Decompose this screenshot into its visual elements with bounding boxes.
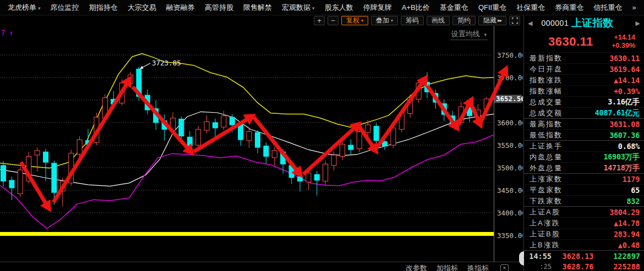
price-change: +14.14 +0.39% [612, 34, 635, 50]
quote-row-label: 外盘总量 [530, 163, 563, 173]
zoom-out-button[interactable]: − [328, 16, 339, 25]
quote-row-label: 最低指数 [530, 130, 563, 140]
quote-row-上证换手: 上证换手0.68% [524, 140, 644, 151]
prev-stock-arrow[interactable]: ◀ [528, 20, 532, 27]
menu-item-龙虎榜单[interactable]: 龙虎榜单▾ [8, 3, 41, 13]
quote-row-value: 3.16亿手 [608, 97, 640, 107]
quote-row-指数涨跌: 指数涨跌▲14.14 [524, 74, 644, 85]
quote-panel: ◀ 000001 上证指数 ▶ 3630.11 +14.14 +0.39% 最新… [523, 15, 644, 271]
menu-item-社保重仓[interactable]: 社保重仓 [516, 3, 545, 13]
menu-item-信托重仓[interactable]: 信托重仓 [593, 3, 622, 13]
chevron-down-icon: ▾ [312, 5, 315, 11]
indicator-action-加指标[interactable]: 加指标 [436, 264, 458, 271]
quote-row-总成交额: 总成交额4087.61亿元 [524, 107, 644, 118]
quote-row-label: 指数涨幅 [530, 86, 563, 96]
quote-detail-rows: 最新指数3630.11今日开盘3619.64指数涨跌▲14.14指数涨幅+0.3… [524, 52, 644, 250]
tick-volume: 122897 [604, 252, 644, 261]
quote-row-label: 总成交量 [530, 97, 563, 107]
quote-row-平盘家数: 平盘家数65 [524, 184, 644, 195]
quote-row-label: 上证A股 [530, 207, 560, 217]
menu-item-席位监控[interactable]: 席位监控 [51, 3, 79, 13]
stock-name[interactable]: 上证指数 [571, 16, 613, 30]
chevron-down-icon: ▾ [391, 16, 393, 25]
ma-settings-dropdown[interactable]: 设置均线 [450, 29, 488, 40]
chart-area: + − 复权▾叠加▾筹码画线简约隐藏▸▸ 3750.003700.003650.… [0, 15, 523, 271]
indicator-action-换指标[interactable]: 换指标 [467, 264, 489, 271]
menu-item-股东人数[interactable]: 股东人数 [325, 3, 353, 13]
tick-time: 14:55 [524, 252, 552, 261]
quote-row-value: +0.39% [614, 87, 640, 96]
menu-item-A+B比价[interactable]: A+B比价 [402, 3, 430, 13]
quote-row-value: 65 [631, 186, 640, 195]
last-price: 3630.11 [548, 35, 593, 49]
svg-text:3750.00: 3750.00 [497, 51, 523, 59]
price-chart: 3750.003700.003650.003600.003550.003500.… [0, 26, 523, 262]
quote-row-value: 16903万手 [603, 152, 640, 162]
menu-item-大宗交易[interactable]: 大宗交易 [128, 3, 156, 13]
svg-text:3500.00: 3500.00 [497, 164, 523, 172]
app-root: 龙虎榜单▾席位监控期指持仓大宗交易融资融券高管持股限售解禁宏观数据▾股东人数停牌… [0, 0, 644, 271]
menu-overflow-icon[interactable]: » [632, 3, 636, 12]
quote-row-value: 3631.08 [609, 120, 640, 129]
quote-row-value: ▲14.14 [614, 76, 640, 85]
menu-item-限售解禁[interactable]: 限售解禁 [243, 3, 272, 13]
menu-item-期指持仓[interactable]: 期指持仓 [89, 3, 118, 13]
quote-row-value: ▲0.48 [618, 241, 640, 250]
toolbar-button-画线[interactable]: 画线 [427, 16, 450, 25]
quote-row-最高指数: 最高指数3631.08 [524, 118, 644, 129]
quote-row-label: 今日开盘 [530, 64, 563, 74]
quote-row-上B涨跌: 上B涨跌▲0.48 [524, 239, 644, 250]
menu-item-高管持股[interactable]: 高管持股 [205, 3, 233, 13]
change-value: +14.14 [614, 34, 635, 41]
menu-item-宏观数据[interactable]: 宏观数据▾ [282, 3, 315, 13]
toolbar-buttons: 复权▾叠加▾筹码画线简约隐藏▸▸ [341, 16, 506, 25]
close-icon[interactable]: × [500, 264, 509, 271]
quote-row-value: 832 [627, 197, 640, 206]
collapse-right-icon: ▸▸ [498, 16, 501, 25]
quote-row-下跌家数: 下跌家数832 [524, 195, 644, 206]
quote-row-今日开盘: 今日开盘3619.64 [524, 63, 644, 74]
quote-row-value: 3619.64 [609, 65, 640, 74]
toolbar-button-复权[interactable]: 复权▾ [341, 16, 368, 25]
tick-volume: 225288 [604, 262, 644, 271]
chevron-down-icon: ▾ [361, 16, 363, 25]
quote-row-上A涨跌: 上A涨跌▲14.78 [524, 217, 644, 228]
toolbar-button-简约[interactable]: 简约 [452, 16, 476, 25]
fullscreen-icon [512, 18, 518, 24]
tick-price: 3628.76 [552, 262, 604, 271]
top-menu-bar: 龙虎榜单▾席位监控期指持仓大宗交易融资融券高管持股限售解禁宏观数据▾股东人数停牌… [0, 0, 644, 15]
tick-row: :253628.76225288 [524, 261, 644, 271]
quote-row-label: 总成交额 [530, 108, 563, 118]
quote-row-label: 最高指数 [530, 119, 563, 129]
quote-row-value: 0.68% [618, 142, 640, 151]
quote-row-总成交量: 总成交量3.16亿手 [524, 96, 644, 107]
quote-row-label: 内盘总量 [530, 152, 563, 162]
chart-toolbar: + − 复权▾叠加▾筹码画线简约隐藏▸▸ [0, 15, 523, 26]
toolbar-button-筹码[interactable]: 筹码 [401, 16, 424, 25]
fullscreen-button[interactable] [509, 16, 520, 25]
zoom-in-button[interactable]: + [314, 16, 325, 25]
quote-row-上证B股: 上证B股283.94 [524, 228, 644, 239]
toolbar-button-叠加[interactable]: 叠加▾ [371, 16, 398, 25]
toolbar-button-隐藏[interactable]: 隐藏▸▸ [478, 16, 506, 25]
quote-row-label: 上A涨跌 [530, 218, 560, 228]
menu-item-融资融券[interactable]: 融资融券 [166, 3, 195, 13]
quote-row-value: 4087.61亿元 [595, 108, 640, 118]
menu-item-QFII重仓[interactable]: QFII重仓 [478, 3, 506, 13]
svg-text:3450.00: 3450.00 [497, 186, 523, 195]
svg-text:3723.85: 3723.85 [152, 59, 181, 67]
price-chart-canvas[interactable]: 3750.003700.003650.003600.003550.003500.… [0, 26, 523, 262]
menu-item-券商重仓[interactable]: 券商重仓 [555, 3, 583, 13]
change-percent: +0.39% [612, 42, 635, 49]
indicator-action-改参数[interactable]: 改参数 [406, 264, 427, 271]
panel-collapse-handle[interactable] [519, 251, 524, 266]
quote-row-label: 上证B股 [530, 229, 560, 239]
menu-item-基金重仓[interactable]: 基金重仓 [440, 3, 468, 13]
next-stock-arrow[interactable]: ▶ [636, 20, 640, 27]
chevron-down-icon: ▾ [38, 5, 41, 11]
svg-text:3600.00: 3600.00 [497, 119, 523, 127]
menu-item-停牌复牌[interactable]: 停牌复牌 [363, 3, 392, 13]
quote-row-label: 下跌家数 [530, 196, 563, 206]
tick-time: :25 [524, 263, 552, 270]
svg-text:3400.00: 3400.00 [497, 209, 523, 217]
